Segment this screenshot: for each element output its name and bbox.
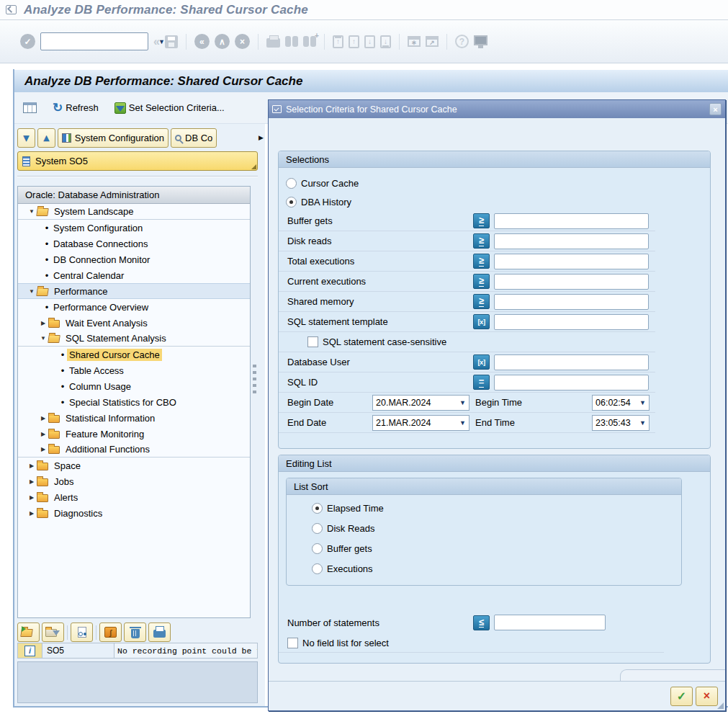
confirm-button[interactable]: ✓ xyxy=(670,687,693,706)
tree-item-label[interactable]: Database Connections xyxy=(51,238,150,250)
message-row[interactable]: i SO5 No recording point could be foun xyxy=(17,643,258,659)
tree-closed-icon[interactable]: ▶ xyxy=(27,494,37,501)
number-of-statements-input[interactable] xyxy=(494,615,606,630)
tree-item-label[interactable]: Diagnostics xyxy=(52,507,104,519)
no-field-list-checkbox[interactable] xyxy=(287,638,298,648)
dropdown-icon[interactable]: ▼ xyxy=(457,419,466,427)
dropdown-icon[interactable]: ▼ xyxy=(457,399,466,406)
tree-item-label[interactable]: SQL Statement Analysis xyxy=(63,332,168,344)
database-user-input[interactable] xyxy=(494,354,649,370)
collapse-messages-button[interactable] xyxy=(42,622,64,642)
end-date-field[interactable]: 21.MAR.2024 ▼ xyxy=(372,415,469,431)
buffer-gets-input[interactable] xyxy=(494,213,649,229)
tree-item-column-usage[interactable]: • Column Usage xyxy=(18,378,250,394)
create-shortcut-icon[interactable]: ↗ xyxy=(426,36,439,47)
tree-open-icon[interactable]: ▼ xyxy=(27,208,37,215)
command-field[interactable]: ▼ xyxy=(40,32,148,50)
tree-item-wait-event-analysis[interactable]: ▶ Wait Event Analysis xyxy=(18,315,250,331)
system-selector[interactable]: System SO5 xyxy=(17,151,258,171)
tree-item-label[interactable]: System Landscape xyxy=(52,205,136,218)
greater-equal-icon[interactable]: ≥ xyxy=(473,233,490,249)
log-button[interactable]: ∫ xyxy=(99,622,122,642)
executions-option[interactable]: Executions xyxy=(287,558,681,579)
tree-item-statistical-information[interactable]: ▶ Statistical Information xyxy=(18,410,250,426)
expand-messages-button[interactable] xyxy=(17,622,40,642)
cancel-button[interactable]: × xyxy=(696,687,718,706)
greater-equal-icon[interactable]: ≥ xyxy=(473,274,490,289)
tree-item-performance[interactable]: ▼ Performance xyxy=(18,283,250,299)
buffer-gets-radio[interactable] xyxy=(312,543,323,554)
case-sensitive-checkbox[interactable] xyxy=(307,336,318,347)
tree-item-label[interactable]: Performance xyxy=(52,285,109,298)
dialog-titlebar[interactable]: Selection Criteria for Shared Cursor Cac… xyxy=(269,100,725,118)
tree-closed-icon[interactable]: ▶ xyxy=(38,446,48,452)
tree-item-label[interactable]: Column Usage xyxy=(67,380,133,393)
print-messages-button[interactable] xyxy=(148,622,171,642)
tree-item-system-landscape[interactable]: ▼ System Landscape xyxy=(18,204,250,220)
elapsed-time-option[interactable]: Elapsed Time xyxy=(287,498,681,518)
pattern-icon[interactable]: [x] xyxy=(473,354,490,370)
no-field-list-row[interactable]: No field list for select xyxy=(279,634,664,653)
tree-item-label[interactable]: Feature Monitoring xyxy=(63,428,146,440)
dropdown-icon[interactable]: ▼ xyxy=(637,399,646,406)
tree-item-label[interactable]: Jobs xyxy=(52,476,76,488)
cursor-cache-radio[interactable] xyxy=(286,178,297,189)
up-icon[interactable]: ∧ xyxy=(215,34,230,49)
case-sensitive-row[interactable]: SQL statement case-sensitive xyxy=(279,332,655,352)
system-configuration-button[interactable]: System Configuration xyxy=(58,128,168,148)
first-page-icon[interactable]: ↑ xyxy=(333,35,343,48)
sql-statement-template-input[interactable] xyxy=(494,314,649,330)
print-icon[interactable] xyxy=(266,38,280,48)
tree-closed-icon[interactable]: ▶ xyxy=(27,463,37,469)
end-time-field[interactable]: 23:05:43 ▼ xyxy=(592,415,650,431)
tree-item-label[interactable]: Performance Overview xyxy=(51,301,150,313)
dba-history-option[interactable]: DBA History xyxy=(279,192,710,211)
sql-id-input[interactable] xyxy=(494,375,649,391)
tree-item-diagnostics[interactable]: ▶ Diagnostics xyxy=(18,505,250,521)
tree-closed-icon[interactable]: ▶ xyxy=(38,431,48,437)
tree-item-label[interactable]: Special Statistics for CBO xyxy=(67,396,179,409)
resize-grip[interactable] xyxy=(717,702,724,709)
shared-memory-input[interactable] xyxy=(494,294,649,310)
tree-item-sql-statement-analysis[interactable]: ▼ SQL Statement Analysis xyxy=(18,331,250,347)
set-selection-criteria-button[interactable]: Set Selection Criteria... xyxy=(112,101,228,115)
find-next-icon[interactable] xyxy=(303,36,309,47)
tree-item-alerts[interactable]: ▶ Alerts xyxy=(18,489,250,505)
layout-button[interactable] xyxy=(20,101,40,115)
current-executions-input[interactable] xyxy=(494,274,649,290)
tree-closed-icon[interactable]: ▶ xyxy=(38,415,48,421)
disk-reads-input[interactable] xyxy=(494,233,649,249)
greater-equal-icon[interactable]: ≥ xyxy=(473,294,490,309)
collapse-toolbar-icon[interactable]: « xyxy=(153,35,160,48)
cursor-cache-option[interactable]: Cursor Cache xyxy=(279,174,710,192)
delete-button[interactable] xyxy=(124,622,146,642)
dropdown-icon[interactable]: ▼ xyxy=(637,419,646,427)
tree-item-label[interactable]: Central Calendar xyxy=(51,269,126,282)
tree-item-special-statistics-for-cbo[interactable]: • Special Statistics for CBO xyxy=(18,394,250,410)
dba-history-radio[interactable] xyxy=(286,197,297,207)
last-page-icon[interactable]: ↓ xyxy=(380,35,391,48)
tree-closed-icon[interactable]: ▶ xyxy=(27,510,37,517)
db-connections-button[interactable]: DB Co xyxy=(171,128,217,148)
tree-item-label-selected[interactable]: Shared Cursor Cache xyxy=(67,349,162,361)
back-icon[interactable]: « xyxy=(194,34,210,49)
page-up-icon[interactable]: ↑ xyxy=(349,35,359,48)
tree-open-icon[interactable]: ▼ xyxy=(27,288,37,295)
tree-item-label[interactable]: DB Connection Monitor xyxy=(51,254,152,266)
tree-closed-icon[interactable]: ▶ xyxy=(27,478,37,485)
tree-item-label[interactable]: Alerts xyxy=(52,491,80,504)
tree-item-central-calendar[interactable]: • Central Calendar xyxy=(18,267,250,283)
save-icon[interactable] xyxy=(165,35,178,48)
page-down-icon[interactable]: ↓ xyxy=(364,35,375,48)
executions-radio[interactable] xyxy=(312,563,323,574)
greater-equal-icon[interactable]: ≥ xyxy=(473,254,490,269)
display-details-button[interactable] xyxy=(71,622,93,642)
command-input[interactable] xyxy=(41,33,158,50)
disk-reads-option[interactable]: Disk Reads xyxy=(287,518,681,538)
pattern-icon[interactable]: [x] xyxy=(473,314,490,329)
begin-time-field[interactable]: 06:02:54 ▼ xyxy=(592,395,650,411)
tree-item-label[interactable]: System Configuration xyxy=(51,222,145,234)
find-icon[interactable] xyxy=(285,36,291,47)
tree-item-feature-monitoring[interactable]: ▶ Feature Monitoring xyxy=(18,426,250,442)
tree-item-label[interactable]: Wait Event Analysis xyxy=(63,317,150,329)
